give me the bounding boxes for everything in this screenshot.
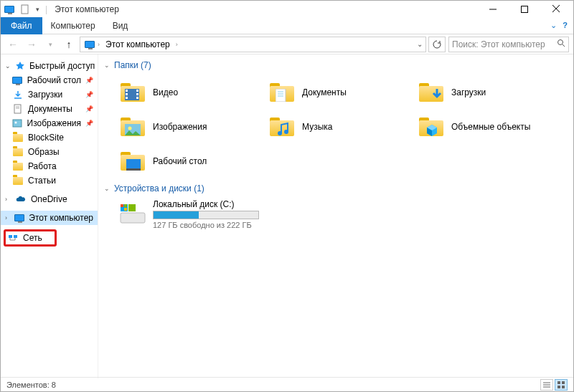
navigation-pane: ⌄ Быстрый доступ Рабочий стол📌 Загрузки📌…: [1, 54, 98, 378]
sidebar-quick-access[interactable]: ⌄ Быстрый доступ: [1, 59, 98, 73]
svg-rect-45: [557, 381, 560, 384]
svg-rect-40: [121, 208, 123, 211]
sidebar-item-label: OneDrive: [31, 194, 67, 204]
view-tab[interactable]: Вид: [104, 17, 137, 34]
svg-rect-11: [13, 120, 22, 127]
folder-label: Документы: [302, 87, 347, 97]
nav-up-button[interactable]: ↑: [61, 37, 77, 52]
group-label: Папки (7): [114, 60, 151, 70]
sidebar-item-label: Загрузки: [28, 90, 62, 100]
view-details-button[interactable]: [540, 379, 553, 391]
3d-objects-icon: [417, 113, 446, 141]
close-button[interactable]: [540, 1, 572, 17]
sidebar-network[interactable]: Сеть: [4, 229, 57, 247]
svg-point-5: [558, 40, 563, 45]
sidebar-item-pictures[interactable]: Изображения📌: [1, 116, 98, 130]
nav-forward-button[interactable]: →: [24, 37, 39, 52]
search-placeholder: Поиск: Этот компьютер: [452, 39, 545, 49]
folder-label: Музыка: [302, 122, 332, 132]
svg-rect-25: [276, 89, 286, 102]
folder-pictures[interactable]: Изображения: [118, 110, 262, 143]
drive-free-space: 127 ГБ свободно из 222 ГБ: [153, 221, 355, 229]
minimize-button[interactable]: [477, 1, 509, 17]
folder-icon: [12, 161, 24, 172]
pictures-icon: [12, 118, 23, 129]
folder-3d-objects[interactable]: Объемные объекты: [417, 110, 560, 143]
refresh-button[interactable]: [428, 37, 446, 52]
sidebar-item-label: Рабочий стол: [27, 75, 81, 85]
svg-rect-33: [126, 159, 141, 168]
content-pane: ⌄Папки (7) Видео Документы Загрузки Изоб…: [98, 54, 573, 378]
sidebar-item-stati[interactable]: Статьи: [1, 173, 98, 188]
folder-icon: [12, 175, 24, 186]
this-pc-icon[interactable]: [2, 2, 17, 16]
svg-rect-14: [14, 235, 17, 238]
path-root-icon[interactable]: ›: [83, 41, 101, 48]
svg-rect-21: [126, 97, 128, 99]
pin-icon: 📌: [85, 120, 93, 127]
search-icon[interactable]: [557, 39, 565, 49]
network-icon: [7, 232, 19, 244]
title-bar: ▾ | Этот компьютер: [1, 1, 573, 17]
svg-rect-41: [124, 208, 127, 211]
sidebar-onedrive[interactable]: ›OneDrive: [1, 192, 98, 206]
svg-rect-38: [121, 204, 123, 207]
sidebar-item-blocksite[interactable]: BlockSite: [1, 130, 98, 145]
sidebar-this-pc[interactable]: ›Этот компьютер: [1, 211, 98, 225]
svg-rect-19: [126, 90, 128, 92]
sidebar-item-downloads[interactable]: Загрузки📌: [1, 87, 98, 102]
folder-icon: [12, 146, 24, 158]
qat-dropdown-icon[interactable]: ▾: [34, 2, 41, 16]
nav-recent-dropdown[interactable]: ▾: [42, 37, 58, 52]
sidebar-item-documents[interactable]: Документы📌: [1, 102, 98, 116]
folder-desktop[interactable]: Рабочий стол: [118, 145, 262, 178]
qat-doc-icon[interactable]: [18, 2, 32, 16]
sidebar-item-label: BlockSite: [28, 133, 64, 143]
folders-grid: Видео Документы Загрузки Изображения Муз…: [118, 76, 568, 178]
svg-rect-13: [9, 235, 12, 238]
sidebar-item-label: Изображения: [27, 118, 81, 128]
group-drives[interactable]: ⌄Устройства и диски (1): [104, 183, 568, 193]
breadcrumb-this-pc[interactable]: Этот компьютер: [105, 39, 170, 49]
folder-label: Изображения: [153, 122, 207, 132]
videos-icon: [118, 78, 147, 107]
music-icon: [268, 113, 296, 141]
folder-label: Загрузки: [451, 87, 486, 97]
folder-videos[interactable]: Видео: [118, 76, 262, 109]
file-tab[interactable]: Файл: [1, 17, 42, 34]
sidebar-item-desktop[interactable]: Рабочий стол📌: [1, 73, 98, 87]
computer-tab[interactable]: Компьютер: [42, 17, 104, 34]
folder-downloads[interactable]: Загрузки: [417, 76, 560, 109]
address-dropdown-icon[interactable]: ⌄: [417, 40, 423, 48]
sidebar-item-rabota[interactable]: Работа: [1, 159, 98, 173]
folder-label: Рабочий стол: [153, 156, 207, 166]
svg-line-6: [563, 44, 565, 47]
svg-rect-35: [121, 213, 145, 223]
nav-back-button[interactable]: ←: [5, 37, 21, 52]
desktop-icon: [12, 75, 23, 86]
help-icon[interactable]: ?: [563, 21, 568, 30]
onedrive-icon: [15, 193, 27, 205]
group-folders[interactable]: ⌄Папки (7): [104, 60, 568, 70]
search-input[interactable]: Поиск: Этот компьютер: [448, 37, 569, 52]
quick-access-toolbar: ▾ |: [2, 2, 50, 16]
svg-rect-2: [522, 6, 528, 12]
folder-label: Видео: [153, 87, 178, 97]
maximize-button[interactable]: [509, 1, 540, 17]
group-label: Устройства и диски (1): [114, 183, 204, 193]
folder-documents[interactable]: Документы: [268, 76, 411, 109]
svg-rect-34: [126, 168, 141, 171]
sidebar-item-obrazy[interactable]: Образы: [1, 145, 98, 159]
folder-music[interactable]: Музыка: [268, 110, 411, 143]
downloads-icon: [12, 89, 24, 100]
this-pc-icon: [14, 212, 24, 224]
svg-rect-23: [136, 93, 138, 95]
drive-name: Локальный диск (C:): [153, 199, 355, 209]
address-bar[interactable]: › Этот компьютер› ⌄: [80, 37, 426, 52]
chevron-right-icon: ›: [5, 214, 10, 221]
drive-c[interactable]: Локальный диск (C:) 127 ГБ свободно из 2…: [118, 199, 355, 229]
ribbon-expand-icon[interactable]: ⌄: [550, 21, 557, 30]
sidebar-item-label: Быстрый доступ: [29, 61, 95, 71]
svg-point-31: [278, 131, 282, 135]
view-large-icons-button[interactable]: [555, 379, 568, 391]
